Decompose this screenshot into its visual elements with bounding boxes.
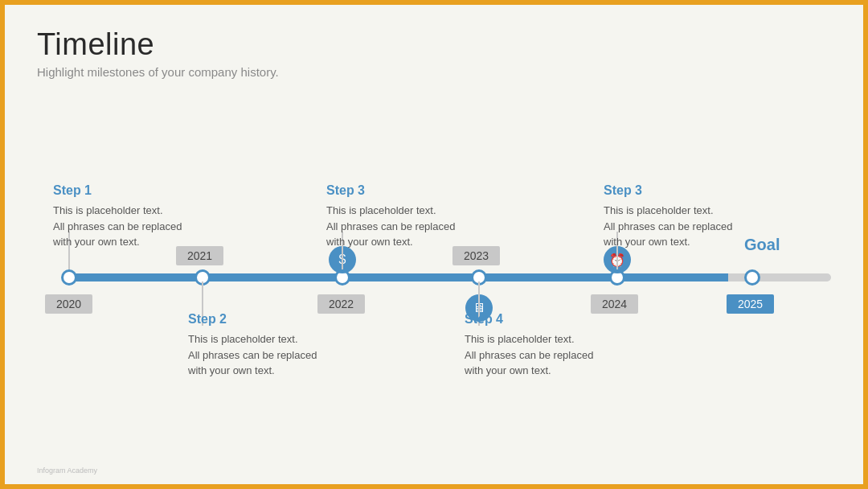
slide-subtitle: Highlight milestones of your company his…: [37, 65, 831, 79]
step2-line3: with your own text.: [188, 364, 275, 376]
step1-title: Step 1: [53, 183, 230, 198]
step4-line1: This is placeholder text.: [465, 333, 575, 345]
step2-block: Step 2 This is placeholder text. All phr…: [188, 312, 365, 379]
year-2020: 2020: [45, 294, 92, 314]
step2-line2: All phrases can be replaced: [188, 349, 317, 361]
year-2024: 2024: [591, 294, 638, 314]
step1-block: Step 1 This is placeholder text. All phr…: [53, 183, 230, 250]
step3b-block: Step 3 This is placeholder text. All phr…: [604, 183, 780, 250]
step1-line2: All phrases can be replaced: [53, 220, 182, 232]
step3a-line3: with your own text.: [326, 236, 413, 248]
step3a-line2: All phrases can be replaced: [326, 220, 455, 232]
step2-line1: This is placeholder text.: [188, 333, 298, 345]
step3b-body: This is placeholder text. All phrases ca…: [604, 203, 780, 250]
step3a-block: Step 3 This is placeholder text. All phr…: [326, 183, 503, 250]
step3b-title: Step 3: [604, 183, 780, 198]
step1-line1: This is placeholder text.: [53, 204, 163, 216]
step1-body: This is placeholder text. All phrases ca…: [53, 203, 230, 250]
year-2022: 2022: [317, 294, 365, 314]
year-2025: 2025: [727, 294, 774, 314]
step4-title: Step 4: [465, 312, 641, 327]
step3a-line1: This is placeholder text.: [326, 204, 436, 216]
step2-body: This is placeholder text. All phrases ca…: [188, 331, 365, 379]
step3a-title: Step 3: [326, 183, 503, 198]
step3b-line1: This is placeholder text.: [604, 204, 714, 216]
step3a-body: This is placeholder text. All phrases ca…: [326, 203, 503, 250]
step4-body: This is placeholder text. All phrases ca…: [465, 331, 641, 379]
dot-2025: [744, 269, 760, 286]
timeline-bar-filled: [69, 273, 728, 281]
step3b-line3: with your own text.: [604, 236, 690, 248]
dot-2020: [61, 269, 77, 286]
timeline-container: 2020 2021 2022 2023 2024 2025 $ ⏰ 🖥 Goal: [5, 95, 863, 401]
step3b-line2: All phrases can be replaced: [604, 220, 732, 232]
header: Timeline Highlight milestones of your co…: [5, 5, 863, 87]
step4-line2: All phrases can be replaced: [465, 349, 593, 361]
step2-title: Step 2: [188, 312, 365, 327]
step4-line3: with your own text.: [465, 364, 551, 376]
slide-title: Timeline: [37, 27, 831, 62]
slide-container: Timeline Highlight milestones of your co…: [0, 0, 868, 489]
footer-credit: Infogram Academy: [37, 466, 97, 475]
step4-block: Step 4 This is placeholder text. All phr…: [465, 312, 641, 379]
step1-line3: with your own text.: [53, 236, 140, 248]
